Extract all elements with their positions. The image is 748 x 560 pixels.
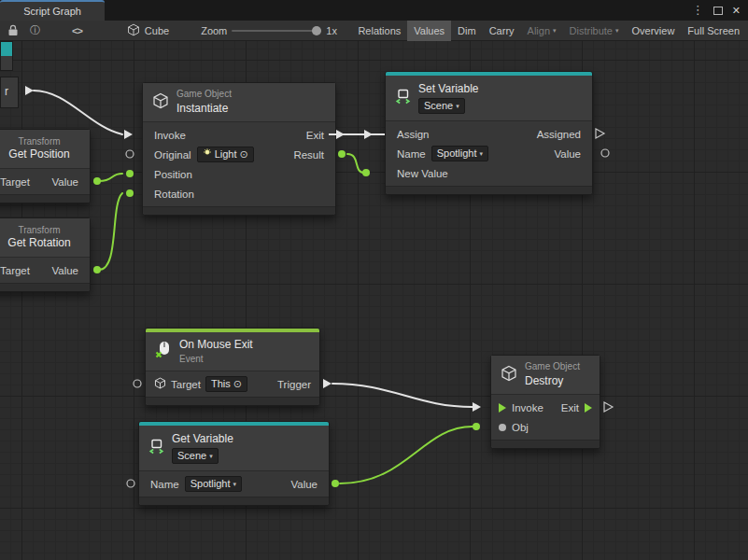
- port-value-out[interactable]: [332, 480, 339, 487]
- variable-scope-dropdown[interactable]: Scene ▾: [418, 98, 465, 114]
- node-on-mouse-exit[interactable]: On Mouse Exit Event Target This ⊙ Trigge…: [145, 328, 320, 406]
- zoom-slider-knob[interactable]: [312, 26, 321, 35]
- node-set-variable[interactable]: Set Variable Scene ▾ Assign Assigned Nam…: [385, 71, 593, 195]
- port-row: Target This ⊙ Trigger: [146, 374, 319, 394]
- port-original-label: Original: [154, 149, 191, 161]
- port-exit-out[interactable]: [604, 402, 613, 412]
- port-new-value-in[interactable]: [362, 169, 370, 176]
- values-button[interactable]: Values: [407, 21, 451, 41]
- fullscreen-button[interactable]: Full Screen: [681, 21, 746, 41]
- tab-script-graph[interactable]: Script Graph: [0, 0, 105, 21]
- port-row: Obj: [491, 417, 600, 437]
- clipped-node-fragment[interactable]: [0, 41, 13, 71]
- port-exit-out[interactable]: [336, 130, 345, 139]
- chevron-down-icon: ▾: [615, 27, 619, 35]
- wire-control: [332, 384, 473, 407]
- port-row: New Value: [386, 163, 592, 183]
- port-invoke-label: Invoke: [154, 130, 186, 141]
- chevron-down-icon: ▾: [456, 100, 459, 112]
- overview-button[interactable]: Overview: [626, 21, 682, 41]
- port-assign-label: Assign: [397, 129, 430, 140]
- zoom-control: Zoom 1x: [201, 25, 337, 36]
- distribute-button[interactable]: Distribute▾: [563, 21, 626, 41]
- zoom-slider[interactable]: [232, 30, 321, 32]
- node-category: Transform: [18, 136, 60, 147]
- port-position-label: Position: [154, 169, 192, 180]
- node-destroy[interactable]: Game Object Destroy Invoke Exit Obj: [490, 355, 600, 449]
- port-rotation-in[interactable]: [126, 189, 134, 197]
- node-get-position[interactable]: Transform Get Position Target Value: [0, 129, 91, 203]
- carry-button[interactable]: Carry: [483, 21, 521, 41]
- port-trigger-label: Trigger: [277, 379, 311, 390]
- port-row: Position: [143, 164, 335, 184]
- port-target-in[interactable]: [134, 380, 141, 387]
- graph-target[interactable]: Cube: [127, 23, 169, 38]
- data-port-icon[interactable]: [499, 424, 506, 431]
- port-flow-out[interactable]: [25, 86, 34, 95]
- node-title: On Mouse Exit: [179, 338, 253, 352]
- cube-icon: [127, 23, 140, 38]
- info-icon[interactable]: ⓘ: [24, 21, 46, 41]
- variable-icon: [395, 89, 411, 108]
- node-title: Get Variable: [172, 432, 233, 446]
- port-value-out[interactable]: [93, 266, 101, 273]
- variable-name-dropdown[interactable]: Spotlight ▾: [431, 146, 488, 161]
- dim-button[interactable]: Dim: [451, 21, 483, 41]
- port-obj-in[interactable]: [473, 423, 480, 430]
- port-new-value-label: New Value: [397, 168, 448, 179]
- port-value-out[interactable]: [93, 177, 101, 185]
- port-result-out[interactable]: [338, 150, 346, 158]
- port-invoke-label: Invoke: [512, 402, 543, 413]
- align-button[interactable]: Align▾: [521, 21, 563, 41]
- lock-icon[interactable]: [2, 21, 24, 41]
- port-trigger-out[interactable]: [323, 379, 332, 388]
- port-row: Original Light ⊙ Result: [143, 145, 335, 164]
- menu-dots-icon[interactable]: ⋮: [692, 0, 704, 21]
- node-get-variable[interactable]: Get Variable Scene ▾ Name Spotlight ▾ Va…: [138, 421, 330, 506]
- port-invoke-in[interactable]: [473, 402, 481, 412]
- close-icon[interactable]: ✕: [732, 5, 741, 17]
- port-row: Name Spotlight ▾ Value: [139, 474, 329, 494]
- port-assigned-out[interactable]: [596, 129, 604, 138]
- port-rotation-label: Rotation: [154, 189, 194, 200]
- node-get-rotation[interactable]: Transform Get Rotation Target Value: [0, 217, 91, 292]
- code-icon[interactable]: <>: [66, 21, 88, 41]
- graph-canvas[interactable]: r Transform Get Position Target Value Tr…: [0, 41, 748, 560]
- game-object-icon: [154, 377, 166, 391]
- clipped-node-fragment[interactable]: r: [0, 77, 19, 108]
- port-value-label: Value: [554, 148, 581, 160]
- port-assign-in[interactable]: [364, 130, 373, 139]
- object-field-light[interactable]: Light ⊙: [197, 147, 254, 162]
- port-value-out[interactable]: [601, 149, 609, 157]
- node-title: Set Variable: [418, 82, 478, 96]
- variable-scope-dropdown[interactable]: Scene ▾: [172, 448, 219, 464]
- window-tab-bar: Script Graph ⋮ ✕: [0, 0, 748, 21]
- node-category: Transform: [18, 225, 60, 236]
- flow-in-icon[interactable]: [499, 403, 506, 413]
- game-object-icon: [501, 365, 517, 385]
- port-original-in[interactable]: [126, 150, 134, 158]
- game-object-icon: [152, 92, 169, 113]
- port-position-in[interactable]: [126, 170, 134, 177]
- flow-out-icon[interactable]: [585, 403, 592, 413]
- graph-target-label: Cube: [145, 25, 169, 36]
- relations-button[interactable]: Relations: [351, 21, 407, 41]
- object-picker-icon[interactable]: ⊙: [233, 378, 242, 390]
- variable-icon: [148, 439, 164, 458]
- node-instantiate[interactable]: Game Object Instantiate Invoke Exit Orig…: [142, 82, 336, 216]
- object-picker-icon[interactable]: ⊙: [240, 148, 248, 161]
- script-graph-window: Script Graph ⋮ ✕ ⓘ <> Cube Zoom 1x: [0, 0, 748, 560]
- port-invoke-in[interactable]: [124, 130, 133, 139]
- variable-name-dropdown[interactable]: Spotlight ▾: [185, 476, 242, 492]
- maximize-icon[interactable]: [713, 7, 723, 15]
- chevron-down-icon: ▾: [209, 450, 213, 462]
- chevron-down-icon: ▾: [480, 147, 484, 160]
- port-row: Invoke Exit: [491, 398, 600, 417]
- port-row: Name Spotlight ▾ Value: [386, 144, 592, 163]
- graph-toolbar: ⓘ <> Cube Zoom 1x Relations Values Dim C…: [0, 21, 748, 41]
- wire-data: [99, 174, 122, 181]
- object-field-this[interactable]: This ⊙: [205, 376, 247, 392]
- port-row: Assign Assigned: [386, 124, 592, 144]
- tab-label: Script Graph: [23, 6, 81, 17]
- port-name-in[interactable]: [127, 480, 134, 487]
